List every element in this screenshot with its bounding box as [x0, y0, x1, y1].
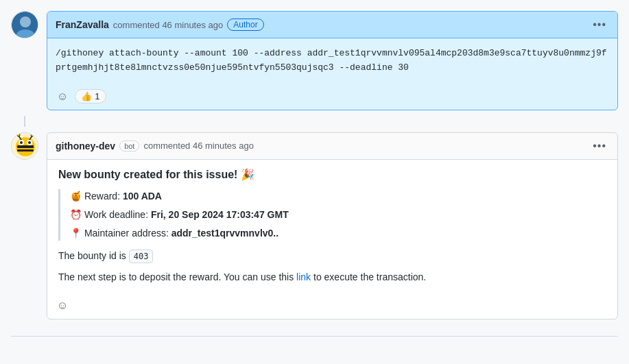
reward-label: Reward:: [84, 191, 120, 202]
bounty-details: 🍯 Reward: 100 ADA ⏰ Work deadline: Fri, …: [58, 189, 606, 241]
thumbs-up-count: 1: [95, 91, 99, 101]
reward-emoji: 🍯: [70, 191, 82, 202]
deadline-emoji: ⏰: [70, 209, 82, 220]
avatar-image: [12, 12, 38, 38]
comment-action-2: commented 46 minutes ago: [143, 141, 253, 151]
bot-badge: bot: [119, 141, 139, 151]
reaction-bar-1: ☺ 👍 1: [47, 84, 617, 110]
comment-action-1: commented 46 minutes ago: [113, 20, 223, 30]
maintainer-value: addr_test1qrvvmnvlv0..: [171, 228, 278, 239]
bounty-id-badge: 403: [129, 250, 154, 263]
add-reaction-button-2[interactable]: ☺: [56, 298, 69, 313]
bounty-maintainer-line: 📍 Maintainer address: addr_test1qrvvmnvl…: [70, 226, 606, 241]
section-divider: [11, 336, 618, 337]
bounty-next-step-suffix: to execute the transaction.: [313, 271, 426, 282]
more-options-button-1[interactable]: •••: [590, 17, 609, 32]
maintainer-emoji: 📍: [70, 228, 82, 239]
svg-rect-6: [17, 149, 34, 151]
comment-box-2: githoney-dev bot commented 46 minutes ag…: [47, 132, 618, 319]
bounty-next-step-text: The next step is to deposit the reward. …: [58, 271, 294, 282]
comment-thread: FranZavalla commented 46 minutes ago Aut…: [0, 5, 629, 337]
svg-point-9: [20, 141, 23, 144]
svg-point-1: [20, 16, 31, 27]
bottom-spacer: [0, 325, 629, 336]
comment-header-right-1: •••: [590, 17, 609, 32]
author-badge: Author: [227, 19, 263, 31]
avatar-githoney: [11, 132, 38, 160]
add-reaction-button-1[interactable]: ☺: [56, 89, 69, 104]
comment-header-left-1: FranZavalla commented 46 minutes ago Aut…: [56, 19, 264, 31]
comment-body-1: /githoney attach-bounty --amount 100 --a…: [47, 38, 617, 84]
comment-header-1: FranZavalla commented 46 minutes ago Aut…: [47, 12, 617, 38]
svg-rect-5: [17, 145, 34, 148]
comment-header-right-2: •••: [590, 138, 609, 154]
svg-point-14: [31, 134, 34, 136]
comment-wrapper-2: githoney-dev bot commented 46 minutes ag…: [0, 127, 629, 325]
bounty-id-line: The bounty id is 403: [58, 249, 606, 263]
connector-line: [24, 116, 25, 127]
svg-point-12: [17, 134, 20, 136]
bounty-deadline-line: ⏰ Work deadline: Fri, 20 Sep 2024 17:03:…: [70, 208, 606, 222]
comment-box-1: FranZavalla commented 46 minutes ago Aut…: [47, 11, 618, 110]
thumbs-up-emoji: 👍: [81, 91, 92, 101]
comment-wrapper-1: FranZavalla commented 46 minutes ago Aut…: [0, 5, 629, 116]
connector-wrapper: [0, 116, 629, 127]
avatar-franzavalla: [11, 11, 38, 38]
page-container: FranZavalla commented 46 minutes ago Aut…: [0, 0, 629, 364]
bounty-link[interactable]: link: [296, 271, 311, 282]
comment-header-left-2: githoney-dev bot commented 46 minutes ag…: [56, 141, 254, 151]
reaction-bar-2: ☺: [47, 293, 617, 319]
comment-author-2: githoney-dev: [56, 141, 115, 151]
bot-avatar-image: [12, 133, 38, 160]
deadline-value: Fri, 20 Sep 2024 17:03:47 GMT: [151, 209, 289, 220]
maintainer-label: Maintainer address:: [84, 228, 169, 239]
thumbs-up-reaction[interactable]: 👍 1: [75, 89, 106, 104]
comment-header-2: githoney-dev bot commented 46 minutes ag…: [47, 133, 617, 160]
bounty-reward-line: 🍯 Reward: 100 ADA: [70, 189, 606, 204]
bounty-body: New bounty created for this issue! 🎉 🍯 R…: [47, 160, 617, 293]
reward-value: 100 ADA: [123, 191, 162, 202]
comment-author-1: FranZavalla: [56, 19, 109, 30]
bounty-title: New bounty created for this issue! 🎉: [58, 168, 606, 181]
bounty-id-prefix: The bounty id is: [58, 250, 126, 261]
more-options-button-2[interactable]: •••: [590, 138, 609, 154]
comment-code-1: /githoney attach-bounty --amount 100 --a…: [56, 47, 609, 75]
deadline-label: Work deadline:: [84, 209, 148, 220]
svg-point-10: [28, 141, 31, 144]
bounty-next-step: The next step is to deposit the reward. …: [58, 270, 606, 284]
